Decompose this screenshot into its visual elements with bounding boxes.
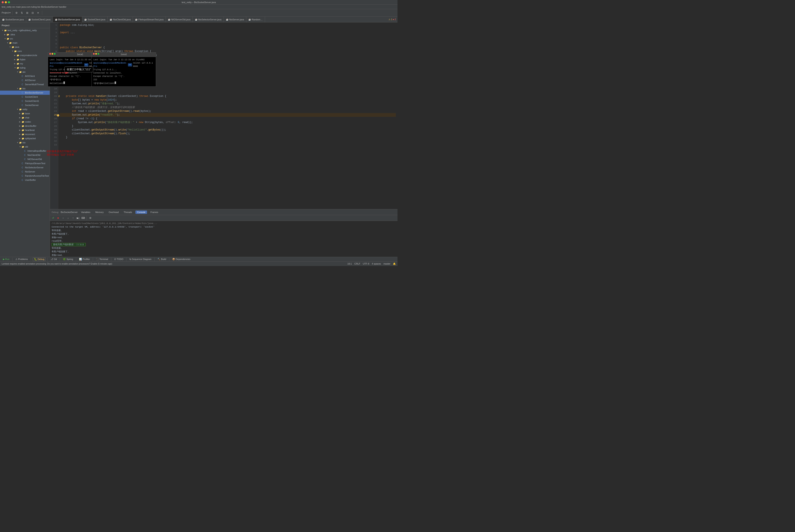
close-sidebar-icon[interactable]: ✕: [36, 11, 40, 15]
sequence-diagram-button[interactable]: ⇆ Sequence Diagram: [128, 258, 153, 261]
code-line-4: [60, 35, 396, 38]
sidebar-item-fileinputstreamtest[interactable]: ▶ C FileInputStreamTest: [0, 161, 50, 166]
sidebar-item-src[interactable]: ▼ 📁 src: [0, 37, 50, 41]
debug-panel: Debug: BioSocketServer Variables Memory …: [50, 209, 397, 257]
git-button[interactable]: ⎇ Git: [49, 258, 58, 261]
sidebar-item-randomaccessfiletest[interactable]: ▶ C RandomAccessFileTest: [0, 174, 50, 178]
debug-label: Debug:: [52, 211, 59, 213]
sidebar-item-aioserver[interactable]: ▶ C AIOServer: [0, 78, 50, 82]
code-line-26: if (read != -1) {: [60, 117, 396, 120]
debug-button[interactable]: 🐛 Debug: [33, 258, 46, 261]
sidebar-item-java[interactable]: ▼ 📁 java: [0, 45, 50, 49]
sidebar-item-base[interactable]: ▶ 📁 base: [0, 111, 50, 116]
project-dropdown[interactable]: Project ▾: [2, 12, 11, 14]
debug-tab-console[interactable]: Console: [135, 210, 147, 214]
step-over-icon[interactable]: →: [61, 216, 65, 220]
code-line-2: [60, 27, 396, 31]
sidebar-item-bio[interactable]: ▼ 📁 bio: [0, 87, 50, 91]
sidebar-item-main[interactable]: ▼ 📁 main: [0, 41, 50, 45]
sidebar-item-com[interactable]: ▼ 📁 com: [0, 49, 50, 53]
problems-button[interactable]: ⚠ Problems: [14, 258, 29, 261]
collapse-all-icon[interactable]: ⊟: [30, 11, 35, 15]
tab-socket-client[interactable]: ☕SocketClient.java: [82, 17, 108, 22]
warnings-badge: ⚠ 1: [389, 18, 392, 21]
sidebar-item-nioserver[interactable]: ▶ C NioServer: [0, 170, 50, 174]
sidebar-item-socketclient[interactable]: ▶ C SocketClient: [0, 95, 50, 99]
terminal-button[interactable]: ⬛ Terminal: [95, 258, 109, 261]
sidebar-item-nioserverold[interactable]: ▶ C NIOServerOld: [0, 157, 50, 161]
close-button[interactable]: [2, 1, 4, 3]
todo-button[interactable]: ☑ TODO: [113, 258, 125, 261]
sidebar-item-aio[interactable]: ▼ 📁 aio: [0, 70, 50, 74]
tab-nio-client-old[interactable]: ☕NioClientOld.java: [108, 17, 133, 22]
sidebar-item-heartbeat[interactable]: ▶ 📁 heartbeat: [0, 128, 50, 132]
sidebar-item-codec[interactable]: ▶ 📁 codec: [0, 120, 50, 124]
code-editor[interactable]: 12345 678910 1112131415 16171819 20 @ 21…: [50, 22, 397, 209]
sidebar-item-old[interactable]: ▼ 📁 old: [0, 145, 50, 149]
sidebar-item-root[interactable]: ▼ 📁 test_netty ~/github/test_netty: [0, 28, 50, 33]
sort-icon[interactable]: ⇅: [20, 11, 24, 15]
sidebar-item-fujian[interactable]: ▶ 📁 fujian: [0, 57, 50, 61]
sidebar-item-idea[interactable]: ▶ 📂 .idea: [0, 33, 50, 37]
sidebar-item-chat[interactable]: ▶ 📁 chat: [0, 116, 50, 120]
debug-tab-frames[interactable]: Frames: [149, 210, 160, 214]
debug-tab-overhead[interactable]: Overhead: [107, 210, 120, 214]
debug-tab-memory[interactable]: Memory: [94, 210, 105, 214]
maximize-button[interactable]: [8, 1, 10, 3]
stop-debug-icon[interactable]: ■: [56, 216, 60, 220]
step-into-icon[interactable]: ↓: [66, 216, 70, 220]
sidebar-tree[interactable]: ▼ 📁 test_netty ~/github/test_netty ▶ 📂 .…: [0, 28, 50, 257]
evaluate-icon[interactable]: ⌨: [81, 216, 85, 220]
debug-output-client-connected1: 有客户端连接了。: [52, 232, 396, 236]
step-out-icon[interactable]: ↑: [71, 216, 75, 220]
tab-file-input[interactable]: ☕FileInputStreamTest.java: [133, 17, 166, 22]
tab-socket-client1[interactable]: ☕SocketClient1.java: [26, 17, 53, 22]
sidebar-item-splitpacket[interactable]: ▶ 📁 splitpacket: [0, 136, 50, 140]
sidebar-item-biosocketserver[interactable]: ▶ C BioSocketServer: [0, 91, 50, 95]
settings-debug-icon[interactable]: ⚙: [88, 216, 93, 220]
sidebar-item-aioclient[interactable]: ▶ C AIOClient: [0, 74, 50, 78]
errors-badge: ● 2: [393, 18, 396, 21]
sidebar-item-netty[interactable]: ▼ 📁 netty: [0, 107, 50, 111]
sidebar-item-userbuffer[interactable]: ▶ C UserBuffer: [0, 178, 50, 182]
tab-socket-server[interactable]: ☕SocketServer.java: [0, 17, 26, 22]
encoding: UTF-8: [363, 263, 369, 265]
code-line-21: byte[] bytes = new byte[1024];: [60, 98, 396, 102]
run-to-cursor-icon[interactable]: ▶|: [76, 216, 80, 220]
sidebar-item-nioclientold[interactable]: ▶ C NioClientOld: [0, 153, 50, 157]
code-line-32: [60, 139, 396, 143]
run-button[interactable]: ▶ Run: [2, 258, 11, 261]
minimize-button[interactable]: [5, 1, 7, 3]
spring-button[interactable]: 🌿 Spring: [61, 258, 74, 261]
sidebar-item-tuling[interactable]: ▼ 📁 tuling: [0, 66, 50, 70]
sidebar-item-internalinputbuffer[interactable]: ▶ C InternalInputBuffer: [0, 149, 50, 153]
tab-bio-socket-server[interactable]: ☕BioSocketServer.java: [53, 17, 83, 22]
tab-nio-server[interactable]: ☕NioServer.java: [224, 17, 247, 22]
expand-all-icon[interactable]: ⊞: [25, 11, 30, 15]
debug-tab-threads[interactable]: Threads: [122, 210, 134, 214]
sidebar-item-nioselectorserver[interactable]: ▶ C NioSelectorServer: [0, 166, 50, 170]
sidebar-item-my[interactable]: ▶ 📁 my: [0, 61, 50, 66]
profiler-button[interactable]: 📊 Profiler: [78, 258, 91, 261]
sidebar-item-crazymakercircle[interactable]: ▶ 📁 crazymakercircle: [0, 53, 50, 57]
tab-random[interactable]: ☕Random…: [246, 17, 265, 22]
sidebar-item-nio[interactable]: ▼ 📁 nio: [0, 140, 50, 145]
code-line-5: [60, 38, 396, 42]
sidebar-item-socketserver[interactable]: ▶ C SocketServer: [0, 103, 50, 107]
sidebar-item-reconnect[interactable]: ▶ 📁 reconnect: [0, 132, 50, 136]
status-bar: Lombok requires enabled annotation proce…: [0, 262, 397, 266]
restart-debug-icon[interactable]: ↺: [51, 216, 55, 220]
debug-tab-variables[interactable]: Variables: [79, 210, 92, 214]
dependencies-button[interactable]: 📦 Dependencies: [171, 258, 192, 261]
debug-toolbar: ↺ ■ → ↓ ↑ ▶| ⌨ ⚙: [50, 215, 397, 221]
sidebar-item-servermultithread[interactable]: ▶ C ServerMultiThread: [0, 82, 50, 87]
terminal-title-2: local: [92, 53, 156, 57]
build-button[interactable]: 🔨 Build: [156, 258, 167, 261]
status-bar-right: 16:1 CRLF UTF-8 4 spaces master 🔔: [347, 263, 396, 265]
tab-nio-selector[interactable]: ☕NioSelectorServer.java: [193, 17, 224, 22]
sidebar-item-socketclient1[interactable]: ▶ C SocketClient1: [0, 99, 50, 103]
code-content[interactable]: package com.tuling.bio; import ... publi…: [58, 22, 397, 209]
tab-nio-server-old[interactable]: ☕NIOServerOld.java: [166, 17, 193, 22]
sidebar-item-directbuffer[interactable]: ▶ 📁 directbuffer: [0, 124, 50, 128]
settings-icon[interactable]: ⚙: [14, 11, 19, 15]
